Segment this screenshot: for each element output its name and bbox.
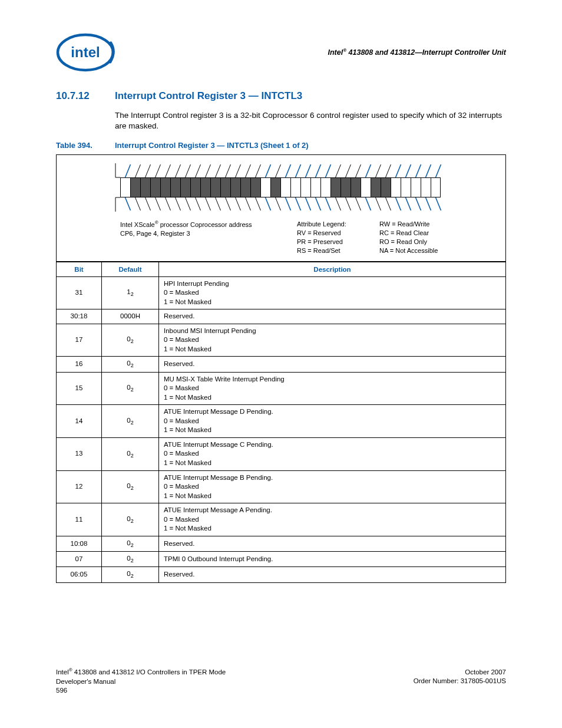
svg-line-8	[186, 164, 191, 177]
svg-line-53	[316, 197, 321, 210]
coproc-address: Intel XScale® processor Coprocessor addr…	[120, 220, 297, 255]
legend-pr: PR = Preserved	[297, 238, 343, 245]
svg-line-39	[176, 197, 181, 210]
cell-description: Reserved.	[159, 357, 506, 372]
bit-cell-12	[310, 177, 320, 197]
svg-line-17	[276, 164, 281, 177]
bit-cell-10	[330, 177, 340, 197]
cell-bit: 31	[57, 276, 102, 309]
svg-line-2	[125, 164, 131, 177]
bit-cell-6	[371, 177, 381, 197]
cell-bit: 12	[57, 470, 102, 503]
svg-line-28	[386, 164, 391, 177]
legend-rv: RV = Reserved	[297, 229, 341, 236]
cell-description: Reserved.	[159, 309, 506, 324]
cell-description: ATUE Interrupt Message A Pending.0 = Mas…	[159, 503, 506, 536]
cell-description: Reserved.	[159, 536, 506, 551]
bit-cell-14	[290, 177, 300, 197]
bit-cell-29	[140, 177, 150, 197]
cell-default: 02	[102, 372, 159, 405]
cell-bit: 30:18	[57, 309, 102, 324]
svg-text:intel: intel	[71, 44, 100, 60]
cell-default: 02	[102, 567, 159, 582]
footer-page-number: 596	[56, 687, 67, 694]
legend-ro: RO = Read Only	[379, 238, 427, 245]
table-caption-title: Interrupt Control Register 3 — INTCTL3 (…	[115, 141, 506, 150]
cell-description: ATUE Interrupt Message C Pending.0 = Mas…	[159, 437, 506, 470]
bit-cell-16	[270, 177, 280, 197]
bit-cell-18	[250, 177, 260, 197]
svg-line-46	[246, 197, 251, 210]
svg-line-20	[306, 164, 311, 177]
svg-line-23	[336, 164, 341, 177]
cell-default: 02	[102, 552, 159, 567]
bit-cell-4	[391, 177, 401, 197]
svg-line-37	[156, 197, 161, 210]
svg-line-54	[326, 197, 331, 210]
svg-line-45	[236, 197, 241, 210]
attribute-legend-col1: Attribute Legend: RV = Reserved PR = Pre…	[297, 220, 379, 255]
cell-default: 02	[102, 503, 159, 536]
footer-date: October 2007	[465, 668, 506, 676]
page: intel Intel® 413808 and 413812—Interrupt…	[0, 0, 562, 728]
svg-line-64	[426, 197, 431, 210]
running-header: Intel® 413808 and 413812—Interrupt Contr…	[328, 48, 506, 57]
register-table: Bit Default Description 3112HPI Interrup…	[56, 262, 506, 583]
cell-default: 02	[102, 357, 159, 372]
footer-product: Intel® 413808 and 413812 I/O Controllers…	[56, 668, 226, 676]
col-bit: Bit	[57, 262, 102, 276]
svg-line-48	[266, 197, 271, 210]
page-header: intel Intel® 413808 and 413812—Interrupt…	[56, 32, 506, 73]
bit-cell-27	[160, 177, 170, 197]
cell-bit: 15	[57, 372, 102, 405]
bit-cell-30	[130, 177, 140, 197]
table-row: 30:180000HReserved.	[57, 309, 506, 324]
bit-cell-26	[170, 177, 180, 197]
footer-left: Intel® 413808 and 413812 I/O Controllers…	[56, 668, 226, 696]
attribute-legend-col2: RW = Read/Write RC = Read Clear RO = Rea…	[379, 220, 495, 255]
svg-line-11	[216, 164, 221, 177]
svg-line-65	[436, 197, 441, 210]
table-row: 0702TPMI 0 Outbound Interrupt Pending.	[57, 552, 506, 567]
cell-description: Reserved.	[159, 567, 506, 582]
cell-default: 02	[102, 470, 159, 503]
cell-default: 02	[102, 437, 159, 470]
svg-line-15	[256, 164, 261, 177]
svg-line-16	[266, 164, 271, 177]
svg-line-14	[246, 164, 251, 177]
cell-bit: 11	[57, 503, 102, 536]
svg-line-24	[346, 164, 351, 177]
svg-line-10	[206, 164, 211, 177]
bit-cell-3	[401, 177, 411, 197]
bit-cell-31	[120, 177, 130, 197]
legend-rc: RC = Read Clear	[379, 229, 429, 236]
svg-line-44	[226, 197, 231, 210]
svg-line-31	[416, 164, 421, 177]
svg-line-42	[206, 197, 211, 210]
page-footer: Intel® 413808 and 413812 I/O Controllers…	[56, 668, 506, 696]
table-row: 10:0802Reserved.	[57, 536, 506, 551]
footer-manual: Developer's Manual	[56, 678, 115, 685]
svg-line-58	[366, 197, 371, 210]
cell-default: 12	[102, 276, 159, 309]
svg-line-35	[135, 197, 141, 210]
table-row: 1402ATUE Interrupt Message D Pending.0 =…	[57, 405, 506, 438]
svg-line-30	[406, 164, 411, 177]
cell-description: ATUE Interrupt Message B Pending.0 = Mas…	[159, 470, 506, 503]
bit-cell-0	[431, 177, 441, 197]
col-description: Description	[159, 262, 506, 276]
table-row: 1302ATUE Interrupt Message C Pending.0 =…	[57, 437, 506, 470]
bit-cell-9	[340, 177, 351, 197]
table-row: 1202ATUE Interrupt Message B Pending.0 =…	[57, 470, 506, 503]
svg-line-61	[396, 197, 401, 210]
col-default: Default	[102, 262, 159, 276]
legend-rs: RS = Read/Set	[297, 247, 340, 254]
svg-line-50	[286, 197, 291, 210]
svg-line-55	[336, 197, 341, 210]
coproc-line1: Intel XScale® processor Coprocessor addr…	[120, 221, 252, 228]
table-row: 1702Inbound MSI Interrupt Pending0 = Mas…	[57, 324, 506, 357]
table-row: 3112HPI Interrupt Pending0 = Masked1 = N…	[57, 276, 506, 309]
cell-default: 02	[102, 324, 159, 357]
svg-line-18	[286, 164, 291, 177]
bit-diagram-bottom-ticks	[120, 197, 495, 212]
